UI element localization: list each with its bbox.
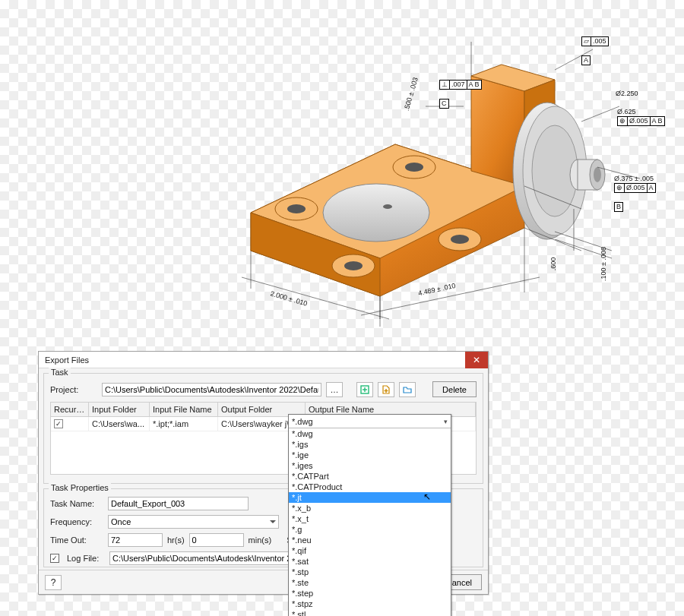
- svg-line-30: [581, 106, 619, 122]
- dropdown-option[interactable]: *.stp: [289, 567, 451, 577]
- svg-point-3: [344, 261, 363, 270]
- dropdown-option[interactable]: *.x_t: [289, 513, 451, 524]
- svg-point-16: [594, 167, 601, 182]
- cad-model-viewport: ⏥.005 A ⊥.007A B C .500 ± .003 Ø2.250 Ø.…: [198, 15, 669, 342]
- dropdown-option[interactable]: *.step: [289, 588, 451, 599]
- task-name-label: Task Name:: [50, 499, 103, 508]
- output-filetype-dropdown[interactable]: *.dwg ▾ *.dwg*.igs*.ige*.iges*.CATPart*.…: [288, 414, 451, 616]
- dropdown-option[interactable]: *.stl: [289, 609, 451, 616]
- task-name-input[interactable]: [108, 497, 249, 510]
- project-label: Project:: [50, 385, 97, 394]
- depth2-dim: .100 ± .008: [600, 247, 608, 281]
- col-recursive[interactable]: Recurs...: [51, 403, 89, 416]
- timeout-hours-input[interactable]: [108, 533, 163, 547]
- svg-point-1: [287, 204, 306, 213]
- add-folder-button[interactable]: [399, 382, 416, 397]
- small-dia-dim: Ø.625 ⊕Ø.005A B: [617, 108, 665, 127]
- perpendicularity-callout: ⊥.007A B C: [439, 80, 482, 109]
- timeout-label: Time Out:: [50, 535, 103, 545]
- task-group-legend: Task: [49, 368, 71, 377]
- dropdown-option[interactable]: *.igs: [289, 439, 451, 450]
- svg-point-8: [323, 184, 429, 242]
- logfile-checkbox[interactable]: ✓: [50, 554, 59, 563]
- timeout-minutes-input[interactable]: [189, 533, 244, 547]
- project-path-input[interactable]: [102, 383, 321, 396]
- dropdown-option[interactable]: *.g: [289, 524, 451, 535]
- svg-point-5: [451, 235, 469, 244]
- logfile-label: Log File:: [67, 554, 105, 563]
- dropdown-option[interactable]: *.sat: [289, 556, 451, 567]
- dropdown-option[interactable]: *.iges: [289, 460, 451, 471]
- recursive-checkbox[interactable]: ✓: [54, 419, 63, 428]
- help-button[interactable]: ?: [45, 575, 62, 590]
- col-input-filename[interactable]: Input File Name: [150, 403, 218, 416]
- dropdown-option[interactable]: *.ste: [289, 577, 451, 588]
- dropdown-current[interactable]: *.dwg ▾: [289, 415, 451, 428]
- svg-point-9: [383, 204, 392, 209]
- dropdown-option[interactable]: *.stpz: [289, 599, 451, 609]
- depth1-dim: .600: [549, 257, 558, 271]
- dropdown-list[interactable]: *.dwg*.igs*.ige*.iges*.CATPart*.CATProdu…: [289, 428, 451, 616]
- dropdown-option[interactable]: *.x_b: [289, 503, 451, 513]
- dropdown-option[interactable]: *.CATProduct: [289, 482, 451, 492]
- stub-dia-dim: Ø.375 ± .005 ⊕Ø.005A B: [614, 175, 656, 213]
- delete-button[interactable]: Delete: [432, 381, 477, 397]
- frequency-label: Frequency:: [50, 517, 103, 526]
- add-task-button[interactable]: [356, 382, 373, 397]
- dropdown-option[interactable]: *.ige: [289, 450, 451, 460]
- frequency-select[interactable]: Once: [108, 515, 279, 529]
- dialog-titlebar[interactable]: Export Files ✕: [39, 352, 488, 368]
- dropdown-option[interactable]: *.dwg: [289, 428, 451, 439]
- flatness-callout: ⏥.005 A: [581, 36, 609, 66]
- logfile-path-input[interactable]: [109, 551, 292, 565]
- cell-input-filename[interactable]: *.ipt;*.iam: [150, 417, 218, 431]
- svg-point-7: [405, 163, 423, 172]
- dialog-title: Export Files: [45, 355, 89, 365]
- dropdown-option[interactable]: *.CATPart: [289, 471, 451, 482]
- add-file-button[interactable]: [378, 382, 394, 397]
- close-button[interactable]: ✕: [465, 352, 488, 368]
- chevron-down-icon: ▾: [444, 418, 448, 425]
- bore-dia-dim: Ø2.250: [616, 90, 638, 98]
- hours-label: hr(s): [167, 535, 185, 545]
- task-properties-legend: Task Properties: [49, 483, 111, 492]
- col-input-folder[interactable]: Input Folder: [89, 403, 150, 416]
- cell-input-folder[interactable]: C:\Users\wa...: [89, 417, 150, 431]
- minutes-label: min(s): [249, 535, 272, 545]
- dropdown-option[interactable]: *.jt: [289, 492, 451, 503]
- project-browse-button[interactable]: …: [326, 382, 343, 397]
- dropdown-option[interactable]: *.qif: [289, 545, 451, 556]
- dropdown-option[interactable]: *.neu: [289, 535, 451, 545]
